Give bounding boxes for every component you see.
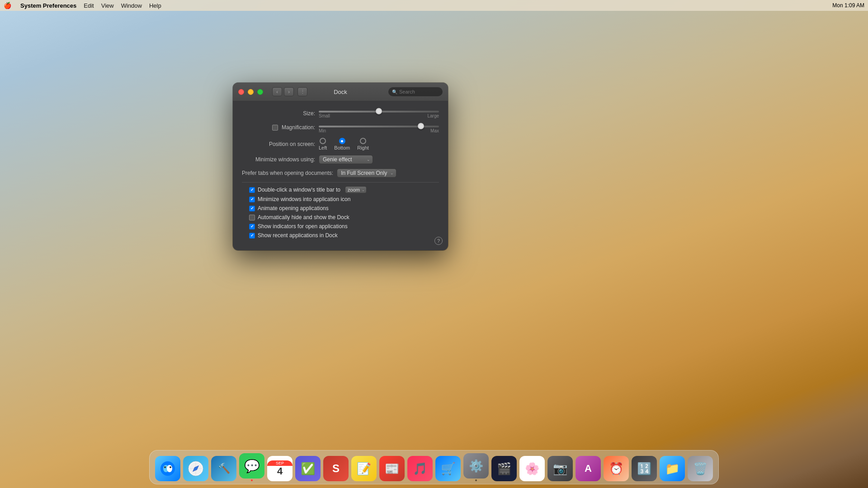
size-slider-thumb[interactable]	[376, 108, 382, 114]
window-close-button[interactable]	[238, 89, 244, 95]
dock-icon-filemerge[interactable]: 🔨	[211, 456, 236, 481]
search-input[interactable]	[399, 89, 439, 94]
dock-item-timing[interactable]: ⏰	[604, 456, 629, 481]
dock-item-finder[interactable]	[155, 456, 180, 481]
menubar-edit[interactable]: Edit	[84, 2, 94, 9]
dock-icon-omnifocus[interactable]: ✅	[295, 456, 321, 481]
position-row: Position on screen: Left Bottom	[242, 138, 439, 150]
minimize-label: Minimize windows using:	[242, 156, 319, 163]
dock-icon-appstore[interactable]: 🛒	[435, 456, 461, 481]
dock-item-stickies[interactable]: 📝	[351, 456, 377, 481]
menubar-help[interactable]: Help	[149, 2, 161, 9]
dock-icon-music[interactable]: 🎵	[407, 456, 433, 481]
checkbox-animate-label: Animate opening applications	[258, 205, 329, 211]
checkbox-double-click[interactable]	[249, 187, 255, 193]
position-right-option[interactable]: Right	[357, 138, 369, 150]
tabs-dropdown-arrow: ⌄	[390, 171, 394, 175]
dock-icon-timing[interactable]: ⏰	[604, 456, 629, 481]
apple-menu[interactable]: 🍎	[4, 2, 11, 9]
menubar-left: 🍎 System Preferences Edit View Window He…	[4, 2, 161, 9]
dock-item-affinity[interactable]: A	[576, 456, 601, 481]
dock-item-photos[interactable]: 🌸	[519, 456, 545, 481]
window-maximize-button[interactable]	[257, 89, 263, 95]
nav-back-button[interactable]: ‹	[272, 87, 282, 96]
dock-icon-stickies[interactable]: 📝	[351, 456, 377, 481]
checkbox-autohide[interactable]	[249, 215, 255, 221]
dock-icon-claquette[interactable]: 🎬	[491, 456, 517, 481]
minimize-dropdown[interactable]: Genie effect ⌄	[319, 155, 373, 164]
magnification-checkbox[interactable]	[272, 125, 278, 131]
dock-item-claquette[interactable]: 🎬	[491, 456, 517, 481]
search-bar[interactable]: 🔍	[388, 87, 443, 96]
dock-item-music[interactable]: 🎵	[407, 456, 433, 481]
dock-item-calendar[interactable]: SEP 4	[267, 456, 292, 481]
dock-item-news[interactable]: 📰	[379, 456, 405, 481]
position-bottom-option[interactable]: Bottom	[334, 138, 350, 150]
search-icon: 🔍	[392, 89, 397, 94]
checkbox-indicators[interactable]	[249, 224, 255, 230]
checkbox-minimize-icon[interactable]	[249, 197, 255, 202]
size-control[interactable]: Small Large	[319, 108, 439, 118]
minimize-dropdown-value: Genie effect	[323, 156, 352, 163]
magnification-min-label: Min	[319, 128, 326, 133]
tabs-dropdown[interactable]: In Full Screen Only ⌄	[337, 169, 396, 178]
dock-item-paparazzi[interactable]: 📷	[547, 456, 573, 481]
window-titlebar: ‹ › ⋮ Dock 🔍	[233, 83, 448, 101]
dock-icon-calculator[interactable]: 🔢	[632, 456, 657, 481]
help-button[interactable]: ?	[434, 237, 443, 245]
dock-item-messages[interactable]: 💬	[239, 453, 264, 481]
grid-view-button[interactable]: ⋮	[297, 87, 307, 96]
dock-icon-trash[interactable]: 🗑️	[688, 456, 713, 481]
size-slider-track[interactable]	[319, 111, 439, 113]
dock-icon-scrivener[interactable]: S	[323, 456, 349, 481]
dock-icon-finder[interactable]	[155, 456, 180, 481]
dock-item-appstore[interactable]: 🛒	[435, 456, 461, 481]
size-slider-container: Small Large	[319, 108, 439, 118]
position-left-label: Left	[319, 145, 327, 150]
position-right-label: Right	[357, 145, 369, 150]
dock-icon-affinity[interactable]: A	[576, 456, 601, 481]
tabs-control: In Full Screen Only ⌄	[337, 169, 439, 178]
dock-icon-calendar[interactable]: SEP 4	[267, 456, 292, 481]
position-label: Position on screen:	[242, 141, 319, 147]
menubar-view[interactable]: View	[101, 2, 114, 9]
minimize-dropdown-arrow: ⌄	[367, 157, 370, 162]
checkbox-row-minimize-icon: Minimize windows into application icon	[245, 196, 439, 202]
magnification-slider-thumb[interactable]	[418, 123, 424, 129]
dock-icon-photos[interactable]: 🌸	[519, 456, 545, 481]
magnification-slider-track[interactable]	[319, 126, 439, 127]
magnification-control[interactable]: Min Max	[319, 123, 439, 133]
checkbox-indicators-label: Show indicators for open applications	[258, 223, 348, 230]
dock-icon-news[interactable]: 📰	[379, 456, 405, 481]
menubar-app-name[interactable]: System Preferences	[20, 2, 76, 9]
dock-item-safari[interactable]	[183, 456, 208, 481]
window-title: Dock	[334, 89, 347, 95]
checkbox-recent[interactable]	[249, 233, 255, 239]
dock-item-calculator[interactable]: 🔢	[632, 456, 657, 481]
position-bottom-radio[interactable]	[339, 138, 345, 144]
nav-forward-button[interactable]: ›	[284, 87, 294, 96]
magnification-max-label: Max	[430, 128, 439, 133]
dock-item-filemerge[interactable]: 🔨	[211, 456, 236, 481]
checkbox-row-animate: Animate opening applications	[245, 205, 439, 211]
magnification-row: Magnification: Min Max	[242, 123, 439, 133]
window-minimize-button[interactable]	[248, 89, 254, 95]
dock-item-omnifocus[interactable]: ✅	[295, 456, 321, 481]
checkbox-animate[interactable]	[249, 206, 255, 211]
dock-item-folder[interactable]: 📁	[660, 456, 685, 481]
dock-item-scrivener[interactable]: S	[323, 456, 349, 481]
dock-item-sysprefs[interactable]: ⚙️	[463, 453, 489, 481]
dock-icon-sysprefs[interactable]: ⚙️	[463, 453, 489, 479]
dock-item-trash[interactable]: 🗑️	[688, 456, 713, 481]
dock-icon-folder[interactable]: 📁	[660, 456, 685, 481]
position-right-radio[interactable]	[360, 138, 366, 144]
position-left-radio[interactable]	[320, 138, 326, 144]
menubar-window[interactable]: Window	[121, 2, 142, 9]
position-left-option[interactable]: Left	[319, 138, 327, 150]
dock-icon-messages[interactable]: 💬	[239, 453, 264, 479]
checkbox-recent-label: Show recent applications in Dock	[258, 232, 338, 239]
dock-icon-safari[interactable]	[183, 456, 208, 481]
menubar: 🍎 System Preferences Edit View Window He…	[0, 0, 868, 11]
inline-zoom-dropdown[interactable]: zoom ⌄	[345, 186, 367, 193]
dock-icon-paparazzi[interactable]: 📷	[547, 456, 573, 481]
